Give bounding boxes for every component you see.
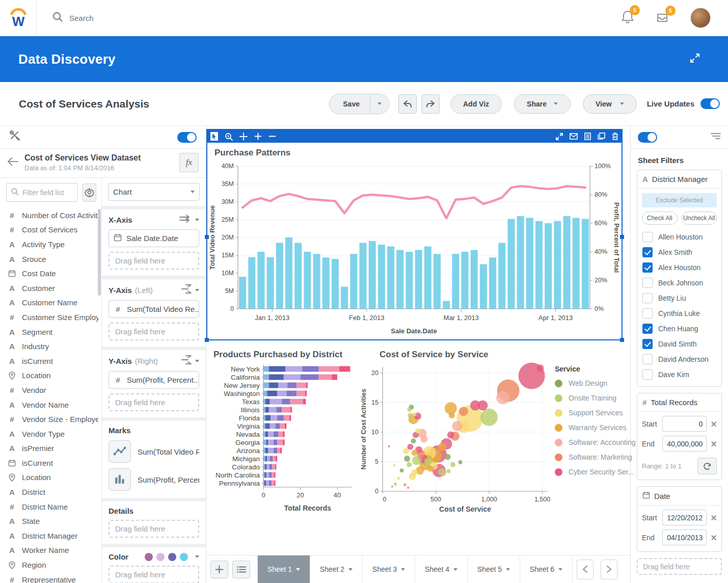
viz-tools-icon[interactable] <box>9 130 21 144</box>
sheet-filter-dropzone[interactable]: Drag field here <box>637 558 722 575</box>
field-item-district-manager[interactable]: ADistrict Manager <box>0 528 101 543</box>
workday-logo[interactable]: W <box>0 0 37 36</box>
field-item-vendor[interactable]: #Vendor <box>0 383 101 398</box>
clear-end-icon[interactable]: × <box>711 439 717 449</box>
email-icon[interactable] <box>570 133 578 140</box>
resize-handle-right[interactable] <box>620 235 624 239</box>
clear-start-icon[interactable]: × <box>711 419 717 429</box>
redo-button[interactable] <box>421 94 440 114</box>
field-item-activity-type[interactable]: AActivity Type <box>0 237 101 252</box>
clear-date-start-icon[interactable]: × <box>711 513 717 523</box>
field-item-customer-size-employ[interactable]: #Customer Size Employ... <box>0 310 101 325</box>
zoom-out-icon[interactable] <box>268 132 276 140</box>
tab-sheet-6[interactable]: Sheet 6 <box>520 555 573 583</box>
field-item-district[interactable]: ADistrict <box>0 485 101 499</box>
filter-option-alex-smith[interactable]: Alex Smith <box>637 245 721 260</box>
tab-menu-icon[interactable] <box>558 568 562 571</box>
x-axis-menu-icon[interactable] <box>195 219 199 221</box>
field-item-cost-date[interactable]: Cost Date <box>0 266 101 281</box>
check-all-button[interactable]: Check All <box>642 211 678 225</box>
tab-menu-icon[interactable] <box>296 568 300 571</box>
color-swatches[interactable] <box>145 553 188 561</box>
add-sheet-button[interactable] <box>210 561 228 578</box>
checkbox-checked[interactable] <box>642 324 653 334</box>
field-item-number-of-cost-activit[interactable]: #Number of Cost Activit... <box>0 208 101 223</box>
copy-icon[interactable] <box>598 132 605 140</box>
uncheck-all-button[interactable]: Uncheck All <box>682 211 717 225</box>
field-item-cost-of-services[interactable]: #Cost of Services <box>0 223 101 237</box>
field-item-state[interactable]: AState <box>0 514 101 528</box>
filter-field-text[interactable] <box>22 189 73 197</box>
tab-sheet-2[interactable]: Sheet 2 <box>310 555 363 583</box>
field-item-location[interactable]: Location <box>0 470 101 485</box>
filter-option-betty-liu[interactable]: Betty Liu <box>637 290 721 306</box>
view-button[interactable]: View <box>583 94 637 114</box>
field-item-rrepresentative[interactable]: #Rrepresentative <box>0 572 101 583</box>
search-input[interactable] <box>69 14 222 22</box>
resize-handle-left[interactable] <box>205 235 209 239</box>
field-item-location[interactable]: Location <box>0 368 101 383</box>
checkbox-unchecked[interactable] <box>642 369 653 380</box>
sheet-list-button[interactable] <box>232 561 250 578</box>
color-menu-icon[interactable] <box>195 555 199 558</box>
y-axis-right-dropzone[interactable]: Drag field here <box>109 393 199 411</box>
field-item-region[interactable]: Region <box>0 558 101 572</box>
field-item-vendor-type[interactable]: AVendor Type <box>0 427 101 441</box>
inbox-button[interactable]: 5 <box>655 10 670 25</box>
color-swatch[interactable] <box>156 553 165 561</box>
y-axis-left-menu-icon[interactable] <box>195 289 199 292</box>
delete-icon[interactable] <box>612 132 618 140</box>
district-chart[interactable]: New YorkCaliforniaNew JerseyWashingtonTe… <box>210 361 359 514</box>
field-item-vendor-size-employe[interactable]: #Vendor Size - Employe... <box>0 412 101 427</box>
resize-handle-bottom-left[interactable] <box>205 338 209 342</box>
user-avatar[interactable] <box>690 8 711 28</box>
bubble-chart[interactable]: 0510152005001,0001,500Cost of ServiceNum… <box>359 361 554 515</box>
purchase-patterns-viz[interactable]: Purchase Patterns 05M10M15M20M25M30M35M4… <box>206 129 623 340</box>
field-item-vendor-name[interactable]: AVendor Name <box>0 398 101 412</box>
total-records-end-input[interactable] <box>662 436 707 452</box>
zoom-in-icon[interactable] <box>254 132 262 140</box>
add-viz-button[interactable]: Add Viz <box>450 94 502 114</box>
tab-sheet-1[interactable]: Sheet 1 <box>258 555 310 583</box>
y-axis-right-field-chip[interactable]: # Sum(Profit, Percent...) <box>109 371 199 389</box>
filter-option-chen-huang[interactable]: Chen Huang <box>637 321 721 336</box>
filter-option-david-anderson[interactable]: David Anderson <box>637 352 721 367</box>
field-item-iscurrent[interactable]: isCurrent <box>0 456 101 470</box>
y-axis-left-field-chip[interactable]: # Sum(Total Video Re...) <box>109 300 199 318</box>
sheets-prev-button[interactable] <box>577 560 594 579</box>
field-item-customer[interactable]: ACustomer <box>0 281 101 296</box>
tab-menu-icon[interactable] <box>453 568 457 571</box>
filter-option-dave-kim[interactable]: Dave Kim <box>637 367 721 382</box>
checkbox-checked[interactable] <box>642 247 653 257</box>
field-item-customer-name[interactable]: ACustomer Name <box>0 296 101 310</box>
live-updates-toggle[interactable] <box>700 98 720 109</box>
filter-option-alex-houston[interactable]: Alex Houston <box>637 260 721 275</box>
y-axis-left-direction-icon[interactable] <box>181 284 192 296</box>
expand-icon[interactable] <box>689 52 700 66</box>
tab-menu-icon[interactable] <box>506 568 510 571</box>
select-tool-icon[interactable] <box>210 132 218 141</box>
refresh-range-button[interactable] <box>697 458 717 474</box>
checkbox-unchecked[interactable] <box>642 293 653 303</box>
field-item-segment[interactable]: ASegment <box>0 325 101 339</box>
field-item-iscurrent[interactable]: AisCurrent <box>0 354 101 368</box>
color-swatch[interactable] <box>180 553 188 561</box>
filter-option-allen-houston[interactable]: Allen Houston <box>637 229 721 245</box>
notifications-button[interactable]: 5 <box>621 10 634 26</box>
y-axis-right-menu-icon[interactable] <box>195 360 199 362</box>
bar-mark-button[interactable] <box>109 468 131 491</box>
x-axis-field-chip[interactable]: Sale Date.Date <box>109 229 199 247</box>
field-item-district-name[interactable]: #District Name <box>0 499 101 514</box>
field-list-scrollbar[interactable] <box>98 209 101 296</box>
color-swatch[interactable] <box>168 553 176 561</box>
color-dropzone[interactable]: Drag field here <box>109 566 199 583</box>
filter-option-david-simth[interactable]: David Simth <box>637 336 721 352</box>
left-panel-toggle[interactable] <box>177 132 197 143</box>
checkbox-checked[interactable] <box>642 339 653 349</box>
field-item-srouce[interactable]: ASrouce <box>0 252 101 267</box>
zoom-select-icon[interactable] <box>225 132 233 141</box>
x-axis-direction-icon[interactable] <box>179 215 192 225</box>
purchase-patterns-chart[interactable]: 05M10M15M20M25M30M35M40M0%20%40%60%80%10… <box>207 158 621 337</box>
clear-date-end-icon[interactable]: × <box>711 533 717 543</box>
share-button[interactable]: Share <box>514 94 571 114</box>
